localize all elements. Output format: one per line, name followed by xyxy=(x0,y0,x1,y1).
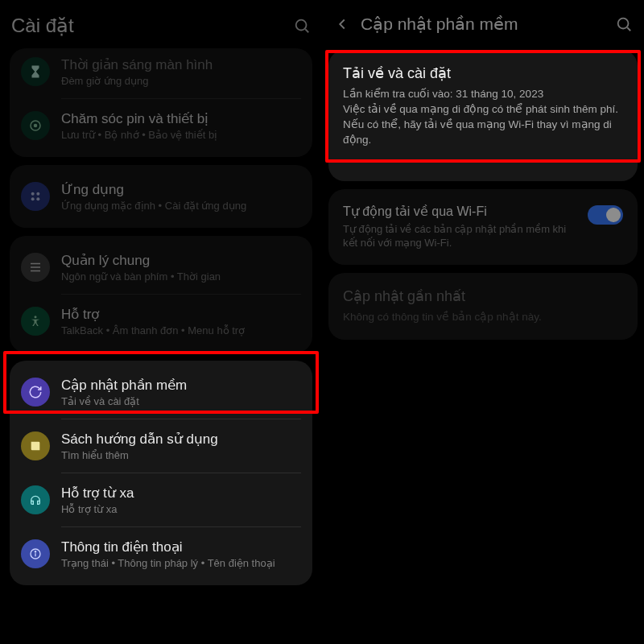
svg-point-12 xyxy=(618,19,629,29)
block-desc: Không có thông tin về bản cập nhật này. xyxy=(343,310,623,325)
row-support[interactable]: Hỗ trợ TalkBack • Âm thanh đơn • Menu hỗ… xyxy=(10,295,312,348)
last-check-text: Lần kiểm tra cuối vào: 31 tháng 10, 2023 xyxy=(343,87,623,102)
settings-screen: Cài đặt Thời giản sáng màn hình Đèm giờ … xyxy=(0,0,322,644)
accessibility-icon xyxy=(21,307,50,336)
svg-point-5 xyxy=(36,192,39,196)
svg-line-1 xyxy=(305,29,308,32)
row-title: Hỗ trợ từ xa xyxy=(61,485,301,502)
auto-wifi-toggle[interactable] xyxy=(588,205,623,225)
row-software-update[interactable]: Cập nhật phần mềm Tải về và cài đặt xyxy=(10,365,312,419)
back-icon[interactable] xyxy=(333,15,351,33)
row-title: Chăm sóc pin và thiết bị xyxy=(61,110,301,127)
row-title: Ứng dụng xyxy=(61,181,301,198)
row-sub: Ứng dụng mặc định • Cài đặt ứng dụng xyxy=(61,200,301,212)
row-sub: Tự động tải về các bản cập nhật phần mềm… xyxy=(343,222,578,250)
row-title: Tự động tải về qua Wi-Fi xyxy=(343,204,578,219)
block-title: Cập nhật gần nhất xyxy=(343,287,623,305)
svg-point-4 xyxy=(31,192,35,196)
headset-icon xyxy=(21,485,50,514)
search-icon[interactable] xyxy=(293,17,311,35)
row-sub: Lưu trữ • Bộ nhớ • Bảo vệ thiết bị xyxy=(61,129,301,141)
row-title: Quản lý chung xyxy=(61,252,301,269)
row-battery-care[interactable]: Chăm sóc pin và thiết bị Lưu trữ • Bộ nh… xyxy=(10,99,312,152)
row-screen-time[interactable]: Thời giản sáng màn hình Đèm giờ ứng dụng xyxy=(10,53,312,98)
settings-list: Thời giản sáng màn hình Đèm giờ ứng dụng… xyxy=(0,48,322,585)
row-title: Thời giản sáng màn hình xyxy=(61,56,301,73)
svg-point-0 xyxy=(296,20,307,31)
update-icon xyxy=(21,378,50,407)
row-sub: Đèm giờ ứng dụng xyxy=(61,75,301,87)
page-title: Cài đặt xyxy=(11,14,283,37)
row-remote-support[interactable]: Hỗ trợ từ xa Hỗ trợ từ xa xyxy=(10,473,312,526)
row-sub: TalkBack • Âm thanh đơn • Menu hỗ trợ xyxy=(61,324,301,336)
auto-wifi-block: Tự động tải về qua Wi-Fi Tự động tải về … xyxy=(328,189,638,265)
update-header: Cập nhật phần mềm xyxy=(322,0,644,45)
row-sub: Hỗ trợ từ xa xyxy=(61,503,301,515)
last-update-block[interactable]: Cập nhật gần nhất Không có thông tin về … xyxy=(328,273,638,340)
row-sub: Tải về và cài đặt xyxy=(61,395,301,407)
row-title: Hỗ trợ xyxy=(61,306,301,323)
svg-point-8 xyxy=(35,316,37,318)
row-general[interactable]: Quản lý chung Ngôn ngữ và bàn phím • Thờ… xyxy=(10,241,312,294)
row-sub: Tìm hiểu thêm xyxy=(61,449,301,461)
block-title: Tải về và cài đặt xyxy=(343,64,623,82)
row-about-phone[interactable]: Thông tin điện thoại Trạng thái • Thông … xyxy=(10,527,312,580)
svg-line-13 xyxy=(627,27,630,31)
book-icon xyxy=(21,431,50,460)
software-update-screen: Cập nhật phần mềm Tải về và cài đặt Lần … xyxy=(322,0,644,644)
settings-header: Cài đặt xyxy=(0,0,322,48)
row-sub: Trạng thái • Thông tin pháp lý • Tên điệ… xyxy=(61,557,301,569)
row-title: Cập nhật phần mềm xyxy=(61,377,301,394)
page-title: Cập nhật phần mềm xyxy=(361,14,605,34)
svg-point-6 xyxy=(31,197,35,200)
settings-general-icon xyxy=(21,253,50,282)
block-desc: Việc tải về qua mạng di động có thể phát… xyxy=(343,102,623,148)
row-user-manual[interactable]: Sách hướng dẫn sử dụng Tìm hiểu thêm xyxy=(10,419,312,473)
battery-icon xyxy=(21,111,50,140)
download-install-block[interactable]: Tải về và cài đặt Lần kiểm tra cuối vào:… xyxy=(328,50,638,181)
row-sub: Ngôn ngữ và bàn phím • Thời gian xyxy=(61,270,301,283)
svg-point-3 xyxy=(34,124,38,128)
row-title: Thông tin điện thoại xyxy=(61,539,301,555)
info-icon xyxy=(21,539,50,568)
svg-point-7 xyxy=(36,197,39,200)
row-apps[interactable]: Ứng dụng Ứng dụng mặc định • Cài đặt ứng… xyxy=(10,170,312,223)
hourglass-icon xyxy=(21,57,50,86)
auto-wifi-row[interactable]: Tự động tải về qua Wi-Fi Tự động tải về … xyxy=(328,189,638,265)
row-title: Sách hướng dẫn sử dụng xyxy=(61,431,301,448)
apps-icon xyxy=(21,182,50,211)
svg-point-11 xyxy=(35,551,35,552)
search-icon[interactable] xyxy=(615,15,633,33)
